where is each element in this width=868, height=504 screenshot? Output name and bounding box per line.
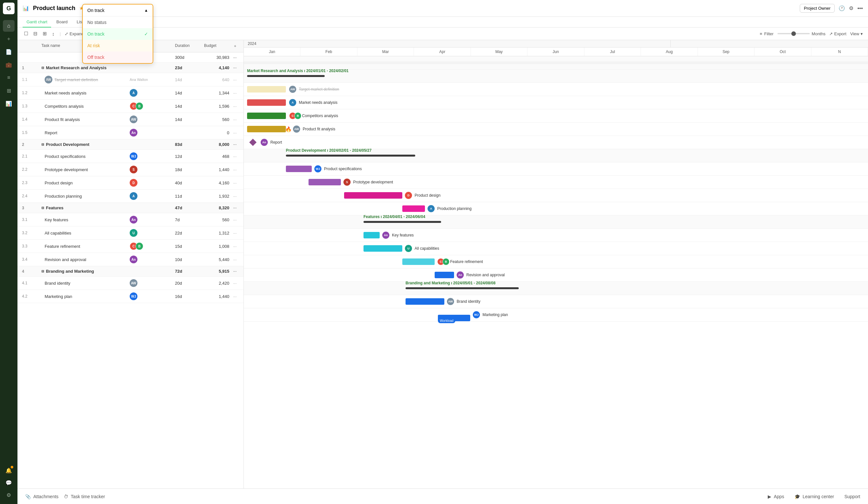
table-row: 1 ⊟ Market Research and Analysis 23d 4,1… (18, 63, 244, 73)
expand-icon[interactable]: ⊟ (41, 206, 44, 209)
months-control[interactable]: Months (777, 31, 826, 36)
workload-button[interactable]: Workload (438, 318, 455, 323)
sidebar-item-add[interactable]: ＋ (3, 33, 14, 45)
row-more[interactable]: ··· (231, 215, 241, 225)
row-more[interactable]: ··· (231, 278, 241, 288)
project-owner-button[interactable]: Project Owner (800, 4, 835, 13)
row-budget: 1,440 (202, 165, 231, 175)
view-button[interactable]: View ▾ (850, 31, 863, 36)
row-assignee (128, 269, 173, 274)
learning-center-button[interactable]: 🎓 Learning center (795, 494, 834, 499)
sidebar-item-dashboards[interactable]: 📊 (3, 98, 14, 109)
col-add[interactable]: ＋ (231, 40, 241, 52)
row-more[interactable]: ··· (231, 140, 241, 150)
gantt-row: C B Competitors analysis (244, 109, 868, 123)
row-assignee: A (128, 189, 173, 203)
row-budget: 5,915 (202, 266, 231, 276)
sidebar: G ⌂ ＋ 📄 💼 ≡ ⊞ 📊 🔔 💬 ⚙ (0, 0, 18, 504)
row-more[interactable]: ··· (231, 266, 241, 276)
avatar: S (130, 166, 137, 173)
row-more[interactable]: ··· (231, 88, 241, 98)
dropdown-item-on-track[interactable]: On track ✓ (83, 28, 153, 40)
row-budget: 1,932 (202, 191, 231, 201)
row-more[interactable]: ··· (231, 165, 241, 175)
row-budget: 4,160 (202, 178, 231, 188)
avatar: WJ (130, 152, 137, 160)
row-more[interactable]: ··· (231, 114, 241, 125)
attachments-button[interactable]: 📎 Attachments (25, 494, 59, 499)
sidebar-item-chat[interactable]: 💬 (3, 477, 14, 488)
tab-gantt-chart[interactable]: Gantt chart (23, 17, 51, 28)
sidebar-item-home[interactable]: ⌂ (3, 20, 14, 32)
row-task: All capabilities (40, 228, 128, 238)
settings-icon[interactable]: ⚙ (849, 5, 854, 11)
checkmark-icon: ✓ (144, 31, 148, 37)
table-row: 1.2 Market needs analysis A 14d 1,344 ··… (18, 86, 244, 100)
row-more[interactable]: ··· (231, 255, 241, 265)
sidebar-item-docs[interactable]: 📄 (3, 46, 14, 58)
row-more[interactable]: ··· (231, 178, 241, 188)
row-budget: 8,320 (202, 203, 231, 213)
expand-icon[interactable]: ⊟ (41, 269, 44, 273)
expand-icon[interactable]: ⊟ (41, 66, 44, 70)
row-more[interactable]: ··· (231, 191, 241, 201)
avatar-group: C B (437, 258, 450, 265)
learning-icon: 🎓 (795, 494, 800, 499)
tab-board[interactable]: Board (52, 17, 71, 28)
row-num: 2.2 (20, 165, 40, 174)
month-mar: Mar (357, 48, 414, 56)
row-duration: 10d (173, 255, 202, 265)
row-duration: 47d (173, 203, 202, 213)
dropdown-close-icon[interactable]: ▲ (144, 8, 148, 13)
dropdown-item-at-risk[interactable]: At risk (83, 40, 153, 51)
row-duration (173, 130, 202, 135)
expand-icon[interactable]: ⊟ (41, 143, 44, 146)
avatar: AW (45, 76, 52, 83)
row-assignee: C B (128, 100, 173, 113)
support-button[interactable]: Support (844, 494, 860, 499)
sidebar-item-portfolio[interactable]: 💼 (3, 59, 14, 71)
more-icon[interactable]: ••• (857, 6, 863, 11)
sort-icon[interactable]: ↕ (51, 30, 56, 38)
row-duration: 23d (173, 63, 202, 73)
checkbox-icon[interactable]: ☐ (23, 29, 29, 38)
gantt-row: An Key features (244, 229, 868, 242)
zoom-slider[interactable] (777, 33, 810, 34)
avatar: A (130, 89, 137, 97)
history-icon[interactable]: 🕐 (839, 5, 845, 11)
row-more[interactable]: ··· (231, 101, 241, 111)
app-logo[interactable]: G (3, 3, 14, 14)
sidebar-item-notifications[interactable]: 🔔 (3, 464, 14, 476)
col-duration: Duration (173, 40, 202, 52)
avatar: A (427, 205, 435, 212)
row-num: 1.1 (20, 75, 40, 84)
sidebar-item-menu[interactable]: ≡ (3, 72, 14, 83)
export-button[interactable]: ↗ Export (829, 31, 846, 36)
month-apr: Apr (414, 48, 471, 56)
row-more[interactable]: ··· (231, 151, 241, 162)
timeline-icon[interactable]: ⊟ (32, 29, 39, 38)
row-more[interactable]: ··· (231, 291, 241, 301)
dropdown-item-off-track[interactable]: Off track (83, 51, 153, 63)
row-num: 3.4 (20, 255, 40, 264)
sidebar-item-views[interactable]: ⊞ (3, 85, 14, 96)
row-more[interactable]: ··· (231, 203, 241, 213)
task-tracker-button[interactable]: ⏱ Task time tracker (64, 494, 105, 499)
row-more[interactable]: ··· (231, 52, 241, 62)
month-sep: Sep (698, 48, 754, 56)
row-duration: 83d (173, 140, 202, 150)
row-more[interactable]: ··· (231, 228, 241, 238)
filter-button[interactable]: ≡ Filter (760, 31, 773, 36)
row-more[interactable]: ··· (231, 63, 241, 73)
row-more[interactable]: ··· (231, 128, 241, 138)
group-icon[interactable]: ⊞ (41, 29, 48, 38)
row-duration: 14d (173, 88, 202, 98)
dropdown-item-no-status[interactable]: No status (83, 17, 153, 28)
row-more[interactable]: ··· (231, 241, 241, 251)
sidebar-item-settings[interactable]: ⚙ (3, 489, 14, 501)
table-row: 1.4 Product fit analysis AW 14d 560 ··· (18, 113, 244, 126)
avatar: WJ (473, 311, 480, 318)
row-duration: 300d (173, 52, 202, 62)
row-more[interactable]: ··· (231, 75, 241, 85)
apps-button[interactable]: ▶ Apps (768, 494, 784, 499)
